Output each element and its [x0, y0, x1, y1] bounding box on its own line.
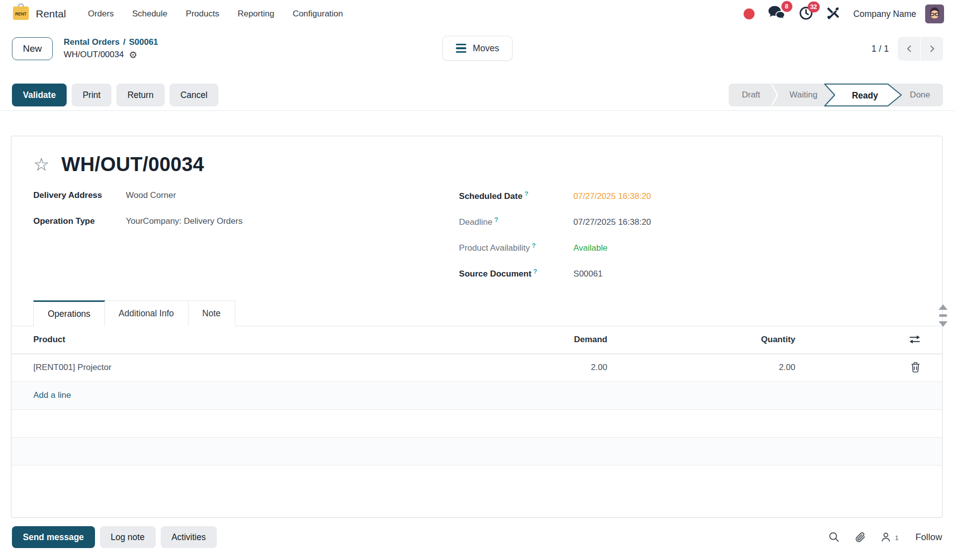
column-header-quantity[interactable]: Quantity: [607, 326, 795, 354]
return-button[interactable]: Return: [116, 84, 165, 106]
print-button[interactable]: Print: [72, 84, 111, 106]
menu-orders[interactable]: Orders: [88, 9, 114, 19]
breadcrumb: Rental Orders/S00061 WH/OUT/00034 ⚙: [64, 36, 158, 61]
follow-button[interactable]: Follow: [916, 532, 942, 543]
tab-operations[interactable]: Operations: [33, 300, 105, 326]
pager-count: 1 / 1: [871, 44, 889, 54]
moves-button[interactable]: Moves: [442, 36, 512, 61]
top-navbar: RENT Rental Orders Schedule Products Rep…: [0, 0, 955, 28]
field-column-right: Scheduled Date? 07/27/2025 16:38:20 Dead…: [459, 190, 920, 294]
field-operation-type: Operation Type YourCompany: Delivery Ord…: [33, 216, 459, 234]
operations-table: Product Demand Quantity: [11, 326, 942, 508]
chatter-tools: 1 Follow: [814, 531, 942, 543]
demand-cell[interactable]: 2.00: [458, 354, 607, 381]
red-dot-icon: [744, 8, 755, 19]
help-icon[interactable]: ?: [532, 242, 536, 249]
notebook-tabs: Operations Additional Info Note: [11, 300, 942, 326]
source-document-label: Source Document: [459, 269, 531, 279]
field-product-availability: Product Availability? Available: [459, 242, 920, 260]
control-panel: New Rental Orders/S00061 WH/OUT/00034 ⚙ …: [0, 28, 955, 70]
help-icon[interactable]: ?: [533, 268, 537, 275]
status-step-waiting[interactable]: Waiting: [778, 84, 828, 106]
deadline-label: Deadline: [459, 217, 492, 227]
menu-products[interactable]: Products: [186, 9, 219, 19]
new-button[interactable]: New: [12, 37, 53, 60]
send-message-button[interactable]: Send message: [12, 526, 95, 548]
breadcrumb-s00061[interactable]: S00061: [129, 37, 158, 47]
activities-menu[interactable]: 32: [799, 6, 813, 22]
field-scheduled-date: Scheduled Date? 07/27/2025 16:38:20: [459, 190, 920, 208]
search-messages-button[interactable]: [828, 531, 840, 543]
logo-text: RENT: [15, 11, 27, 16]
add-line-row: Add a line: [11, 381, 942, 409]
quantity-cell[interactable]: 2.00: [607, 354, 795, 381]
validate-button[interactable]: Validate: [12, 84, 67, 106]
column-header-demand[interactable]: Demand: [458, 326, 607, 354]
gear-icon[interactable]: ⚙: [129, 50, 137, 60]
tools-icon: [826, 6, 840, 22]
chevron-right-icon: [928, 44, 936, 53]
menu-schedule[interactable]: Schedule: [132, 9, 168, 19]
chevron-left-icon: [905, 44, 913, 53]
company-selector[interactable]: Company Name: [854, 9, 916, 19]
breadcrumb-rental-orders[interactable]: Rental Orders: [64, 37, 119, 47]
source-document-value[interactable]: S00061: [573, 269, 603, 279]
product-cell[interactable]: [RENT001] Projector: [11, 354, 458, 381]
debug-tools-menu[interactable]: [826, 6, 840, 22]
help-icon[interactable]: ?: [494, 216, 498, 223]
status-step-done[interactable]: Done: [899, 84, 941, 106]
form-sheet: ☆ WH/OUT/00034 Delivery Address Wood Cor…: [11, 136, 943, 518]
activities-button[interactable]: Activities: [161, 526, 217, 548]
app-name: Rental: [36, 8, 66, 20]
attach-files-button[interactable]: [854, 531, 866, 543]
table-header-row: Product Demand Quantity: [11, 326, 942, 354]
user-avatar[interactable]: [925, 4, 944, 23]
operation-type-label: Operation Type: [33, 216, 126, 226]
scroll-down-icon[interactable]: [939, 321, 948, 327]
sliders-icon: [909, 335, 920, 344]
scheduled-date-value[interactable]: 07/27/2025 16:38:20: [573, 191, 651, 201]
status-bar: Draft Waiting Ready Done: [729, 84, 943, 106]
search-icon: [828, 531, 840, 543]
table-row[interactable]: [RENT001] Projector 2.00 2.00: [11, 354, 942, 381]
menu-reporting[interactable]: Reporting: [238, 9, 275, 19]
field-column-left: Delivery Address Wood Corner Operation T…: [33, 190, 459, 294]
breadcrumb-current: WH/OUT/00034: [64, 49, 124, 61]
column-header-product[interactable]: Product: [11, 326, 458, 354]
recording-indicator-icon[interactable]: [744, 8, 755, 19]
delete-row-button[interactable]: [909, 360, 922, 374]
status-step-ready[interactable]: Ready: [824, 84, 903, 106]
followers-button[interactable]: 1: [880, 531, 899, 543]
help-icon[interactable]: ?: [524, 190, 528, 197]
scroll-up-icon[interactable]: [939, 304, 948, 310]
optional-columns-button[interactable]: [907, 333, 922, 346]
messages-badge: 8: [781, 1, 792, 12]
menu-configuration[interactable]: Configuration: [292, 9, 343, 19]
scroll-control: [939, 304, 948, 327]
person-icon: [880, 531, 892, 543]
log-note-button[interactable]: Log note: [100, 526, 156, 548]
tab-additional-info[interactable]: Additional Info: [105, 300, 189, 326]
deadline-value[interactable]: 07/27/2025 16:38:20: [573, 217, 651, 227]
field-groups: Delivery Address Wood Corner Operation T…: [11, 176, 942, 294]
field-source-document: Source Document? S00061: [459, 268, 920, 285]
status-step-draft[interactable]: Draft: [731, 84, 771, 106]
scroll-thumb[interactable]: [939, 314, 947, 317]
favorite-star-icon[interactable]: ☆: [33, 156, 49, 174]
messages-menu[interactable]: 8: [767, 5, 786, 23]
pager: 1 / 1: [871, 37, 943, 61]
empty-row: [11, 409, 942, 437]
delivery-address-value[interactable]: Wood Corner: [126, 190, 176, 200]
tab-note[interactable]: Note: [189, 300, 235, 326]
delivery-address-label: Delivery Address: [33, 190, 126, 200]
product-availability-value: Available: [573, 243, 608, 253]
action-bar: Validate Print Return Cancel Draft Waiti…: [0, 70, 955, 111]
app-switcher[interactable]: RENT Rental: [11, 3, 66, 24]
operation-type-value[interactable]: YourCompany: Delivery Orders: [126, 216, 243, 226]
cancel-button[interactable]: Cancel: [170, 84, 218, 106]
add-a-line-link[interactable]: Add a line: [33, 390, 71, 400]
paperclip-icon: [854, 531, 866, 543]
pager-next-button[interactable]: [921, 37, 943, 61]
main-menu: Orders Schedule Products Reporting Confi…: [88, 9, 362, 19]
pager-previous-button[interactable]: [898, 37, 920, 61]
